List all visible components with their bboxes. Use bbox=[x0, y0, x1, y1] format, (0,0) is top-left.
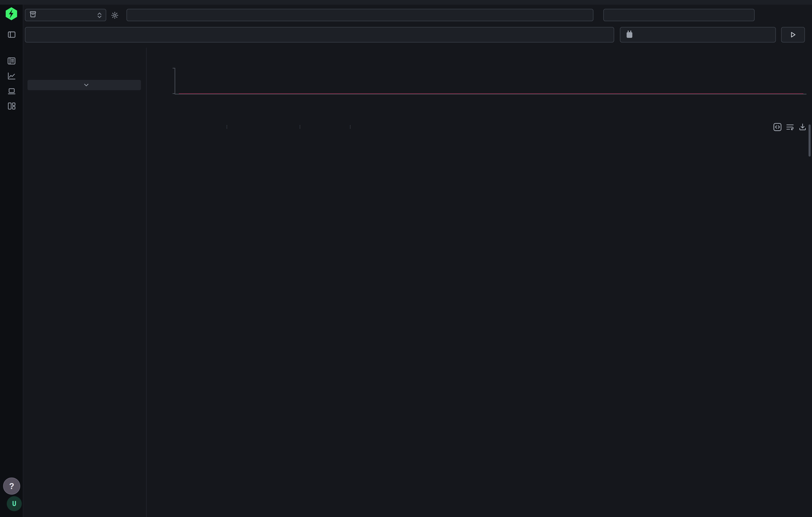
source-settings-gear-icon[interactable] bbox=[107, 8, 122, 22]
column-menu-dots-icon[interactable]: ⁞ bbox=[226, 124, 228, 130]
time-range-picker[interactable] bbox=[620, 27, 776, 43]
results-histogram[interactable] bbox=[175, 67, 807, 104]
column-menu-dots-icon[interactable]: ⁞ bbox=[349, 124, 352, 130]
chart-explorer-icon[interactable] bbox=[0, 69, 23, 83]
dashboards-grid-icon[interactable] bbox=[0, 99, 23, 114]
calendar-icon bbox=[627, 32, 632, 37]
run-query-button[interactable] bbox=[781, 27, 805, 43]
app-window: ? U bbox=[0, 0, 812, 517]
user-avatar[interactable]: U bbox=[7, 496, 22, 511]
panel-toggle-icon[interactable] bbox=[0, 27, 23, 42]
patterns-table-body bbox=[147, 132, 812, 517]
sessions-laptop-icon[interactable] bbox=[0, 84, 23, 98]
help-button[interactable]: ? bbox=[3, 478, 20, 495]
filters-sidebar bbox=[23, 48, 147, 517]
window-top-edge bbox=[0, 0, 812, 5]
patterns-table-header: ⁞ ⁞ ⁞ bbox=[147, 124, 812, 132]
order-by-editor[interactable] bbox=[603, 9, 755, 21]
selector-chevrons-icon bbox=[97, 12, 102, 18]
hyperdx-logo-icon[interactable] bbox=[5, 7, 18, 21]
source-select[interactable] bbox=[25, 9, 106, 21]
analysis-mode-title bbox=[27, 54, 141, 61]
logs-search-icon[interactable] bbox=[0, 54, 23, 68]
search-input[interactable] bbox=[31, 31, 601, 39]
baseline-small-counts bbox=[179, 93, 804, 94]
y-tick-80k bbox=[173, 68, 175, 68]
y-tick-0 bbox=[173, 93, 175, 94]
column-menu-dots-icon[interactable]: ⁞ bbox=[298, 124, 301, 130]
source-box-icon bbox=[30, 11, 36, 19]
scrollbar-thumb[interactable] bbox=[809, 124, 811, 156]
sql-select-editor[interactable] bbox=[126, 9, 593, 21]
left-nav-rail: ? U bbox=[0, 0, 23, 517]
search-bar bbox=[25, 27, 614, 43]
download-icon[interactable] bbox=[799, 123, 807, 133]
y-axis bbox=[175, 68, 175, 94]
more-filters-button[interactable] bbox=[27, 80, 141, 90]
x-axis bbox=[175, 94, 807, 94]
chevron-down-icon bbox=[84, 83, 89, 86]
